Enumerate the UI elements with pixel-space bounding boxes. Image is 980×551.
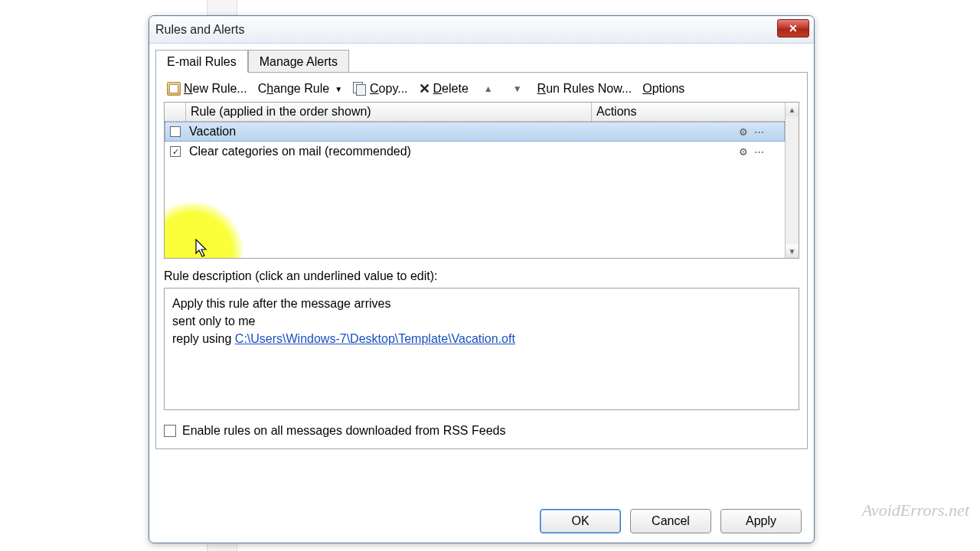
template-path-link[interactable]: C:\Users\Windows-7\Desktop\Template\Vaca… — [235, 332, 515, 345]
tab-email-rules[interactable]: E-mail Rules — [155, 50, 248, 73]
delete-button[interactable]: ✕ Delete — [419, 82, 469, 96]
tab-label: E-mail Rules — [167, 55, 237, 68]
copy-button[interactable]: Copy... — [353, 82, 408, 96]
scroll-down-button[interactable]: ▼ — [786, 244, 799, 258]
header-checkbox-col — [165, 103, 186, 121]
move-up-button[interactable]: ▲ — [479, 82, 498, 96]
content-area: New Rule... Change Rule▼ Copy... ✕ Delet… — [155, 72, 808, 449]
rule-row-clear-categories[interactable]: ✓ Clear categories on mail (recommended)… — [165, 142, 785, 161]
cancel-button[interactable]: Cancel — [630, 509, 711, 533]
desc-prefix: reply using — [172, 332, 235, 345]
tab-strip: E-mail Rules Manage Alerts — [149, 44, 814, 73]
toolbar: New Rule... Change Rule▼ Copy... ✕ Delet… — [164, 80, 799, 102]
scroll-up-button[interactable]: ▲ — [786, 103, 799, 116]
rule-list: Rule (applied in the order shown) Action… — [164, 102, 799, 259]
copy-icon — [353, 82, 367, 96]
description-label: Rule description (click an underlined va… — [164, 269, 799, 283]
desc-line: reply using C:\Users\Windows-7\Desktop\T… — [172, 330, 791, 347]
rule-list-main: Rule (applied in the order shown) Action… — [165, 103, 785, 258]
rule-name: Clear categories on mail (recommended) — [186, 145, 592, 158]
dialog-title: Rules and Alerts — [155, 23, 245, 37]
tab-manage-alerts[interactable]: Manage Alerts — [248, 50, 349, 73]
watermark: AvoidErrors.net — [862, 500, 969, 520]
chevron-down-icon: ▼ — [335, 85, 342, 93]
new-rule-icon — [167, 82, 181, 96]
ok-button[interactable]: OK — [540, 509, 621, 533]
rss-option-row: Enable rules on all messages downloaded … — [164, 424, 799, 438]
rules-alerts-dialog: Rules and Alerts ✕ E-mail Rules Manage A… — [149, 15, 815, 543]
new-rule-button[interactable]: New Rule... — [167, 82, 247, 96]
header-actions-col[interactable]: Actions — [592, 103, 785, 121]
desc-line: Apply this rule after the message arrive… — [172, 295, 791, 312]
rule-checkbox[interactable] — [170, 126, 181, 137]
run-rules-button[interactable]: Run Rules Now... — [537, 82, 632, 96]
cursor-icon — [195, 239, 209, 258]
rss-label: Enable rules on all messages downloaded … — [182, 424, 505, 438]
tab-label: Manage Alerts — [260, 55, 338, 68]
scrollbar[interactable]: ▲ ▼ — [785, 103, 799, 258]
rule-checkbox[interactable]: ✓ — [170, 146, 181, 157]
titlebar: Rules and Alerts ✕ — [149, 16, 814, 44]
desc-line: sent only to me — [172, 312, 791, 330]
close-icon: ✕ — [789, 22, 798, 34]
change-rule-button[interactable]: Change Rule▼ — [258, 82, 342, 96]
rule-row-vacation[interactable]: Vacation ⚙ ⋯ — [165, 122, 785, 142]
rule-more-icon[interactable]: ⋯ — [753, 126, 765, 138]
rule-more-icon[interactable]: ⋯ — [753, 145, 765, 158]
apply-button[interactable]: Apply — [720, 509, 802, 533]
move-down-button[interactable]: ▼ — [508, 82, 527, 96]
rule-list-header: Rule (applied in the order shown) Action… — [165, 103, 785, 122]
options-button[interactable]: Options — [642, 82, 684, 96]
delete-icon: ✕ — [419, 82, 430, 96]
header-rule-col[interactable]: Rule (applied in the order shown) — [186, 103, 592, 121]
description-box: Apply this rule after the message arrive… — [164, 288, 799, 410]
rule-name: Vacation — [186, 125, 592, 139]
rss-checkbox[interactable] — [164, 425, 176, 437]
rule-action-icon: ⚙ — [737, 145, 750, 158]
highlight-marker — [165, 202, 243, 258]
close-button[interactable]: ✕ — [777, 19, 809, 37]
rule-action-icon: ⚙ — [737, 126, 750, 138]
dialog-buttons: OK Cancel Apply — [540, 509, 802, 533]
